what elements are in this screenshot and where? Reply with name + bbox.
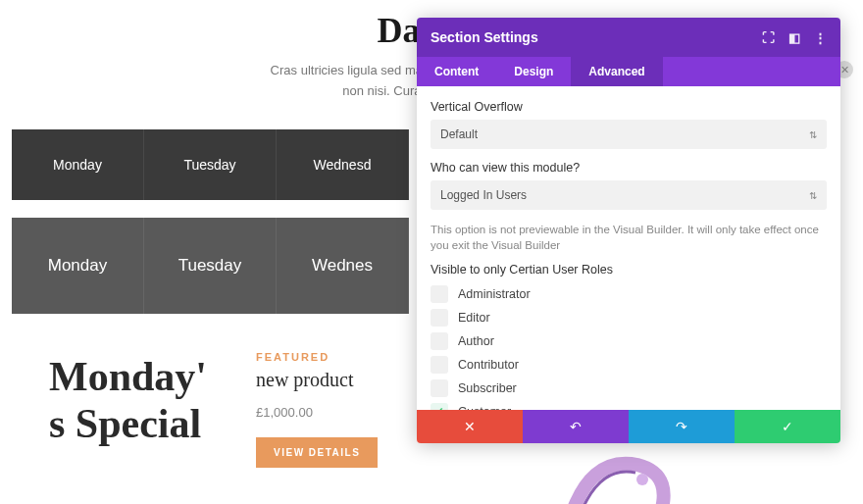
panel-footer: ✕ ↶ ↷ ✓ [417,410,840,443]
settings-panel: Section Settings ⛶ ◧ ⋮ Content Design Ad… [417,18,840,443]
visibility-note: This option is not previewable in the Vi… [431,222,827,253]
snap-icon[interactable]: ◧ [788,30,800,45]
special-title-block: Monday' s Special [49,353,207,468]
role-author[interactable]: Author [431,329,827,353]
panel-header[interactable]: Section Settings ⛶ ◧ ⋮ [417,18,840,57]
role-contributor[interactable]: Contributor [431,353,827,377]
tab-design[interactable]: Design [496,57,571,86]
role-label: Author [458,334,494,348]
role-label: Contributor [458,358,519,372]
checkbox-icon[interactable] [431,356,448,374]
cancel-button[interactable]: ✕ [417,410,523,443]
special-title-line1: Monday' [49,353,207,400]
close-icon: ✕ [840,64,849,76]
roles-list: Administrator Editor Author Contributor … [431,282,827,410]
vertical-overflow-value: Default [440,127,478,141]
tab-tuesday-grey[interactable]: Tuesday [144,218,277,314]
role-administrator[interactable]: Administrator [431,282,827,306]
vertical-overflow-select[interactable]: Default [431,120,827,149]
visibility-value: Logged In Users [440,188,527,202]
tab-content[interactable]: Content [417,57,496,86]
tab-wednesday-grey[interactable]: Wednes [277,218,409,314]
panel-header-actions: ⛶ ◧ ⋮ [762,30,827,45]
undo-button[interactable]: ↶ [523,410,629,443]
vertical-overflow-label: Vertical Overflow [431,100,827,114]
checkbox-icon[interactable] [431,309,448,327]
product-price: £1,000.00 [256,405,378,420]
visibility-label: Who can view this module? [431,161,827,175]
panel-body: Vertical Overflow Default Who can view t… [417,86,840,410]
product-name: new product [256,369,378,391]
checkbox-checked-icon[interactable] [431,403,448,410]
role-label: Administrator [458,287,531,301]
expand-icon[interactable]: ⛶ [762,30,775,45]
redo-button[interactable]: ↷ [629,410,735,443]
illustration [549,435,686,504]
tab-advanced[interactable]: Advanced [571,57,662,86]
svg-point-0 [636,474,648,485]
checkbox-icon[interactable] [431,379,448,397]
role-customer[interactable]: Customer [431,400,827,410]
role-label: Subscriber [458,381,517,395]
roles-label: Visible to only Certian User Roles [431,263,827,277]
tab-monday-grey[interactable]: Monday [12,218,144,314]
role-editor[interactable]: Editor [431,306,827,329]
tab-wednesday[interactable]: Wednesd [277,129,409,200]
close-icon: ✕ [464,419,476,434]
redo-icon: ↷ [676,419,687,434]
role-subscriber[interactable]: Subscriber [431,377,827,400]
check-icon: ✓ [782,419,793,434]
visibility-select[interactable]: Logged In Users [431,180,827,210]
checkbox-icon[interactable] [431,285,448,303]
role-label: Editor [458,311,490,325]
view-details-button[interactable]: VIEW DETAILS [256,437,378,468]
tab-tuesday[interactable]: Tuesday [144,129,277,200]
panel-title: Section Settings [431,29,538,45]
product-column: FEATURED new product £1,000.00 VIEW DETA… [256,351,378,468]
tab-monday[interactable]: Monday [12,129,144,200]
undo-icon: ↶ [570,419,582,434]
menu-icon[interactable]: ⋮ [814,30,827,45]
save-button[interactable]: ✓ [735,410,840,443]
checkbox-icon[interactable] [431,332,448,350]
special-title-line2: s Special [49,400,207,447]
featured-tag: FEATURED [256,351,378,363]
panel-tabs: Content Design Advanced [417,57,840,86]
